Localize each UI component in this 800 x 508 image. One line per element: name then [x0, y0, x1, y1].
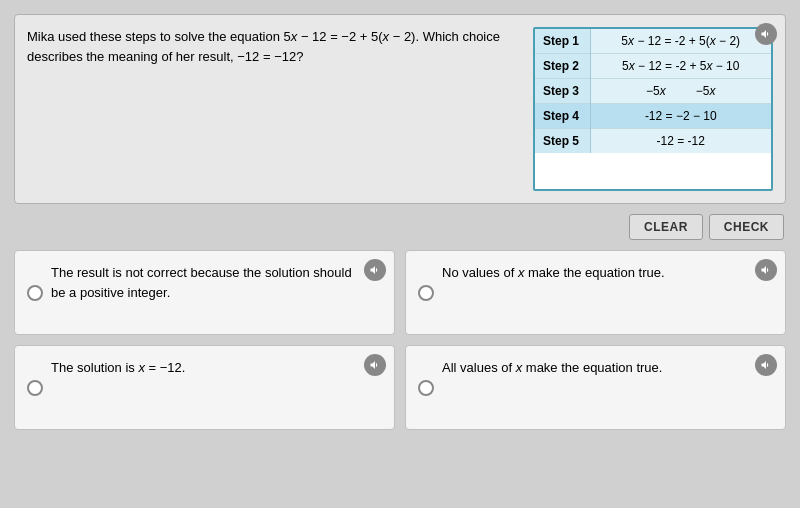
choice-b-text: No values of x make the equation true. — [442, 263, 773, 283]
choice-b-card[interactable]: No values of x make the equation true. — [405, 250, 786, 335]
step-row-3: Step 3 −5x −5x — [535, 79, 771, 104]
choice-d-card[interactable]: All values of x make the equation true. — [405, 345, 786, 430]
step-label-2: Step 2 — [535, 54, 590, 79]
choice-c-radio[interactable] — [27, 380, 43, 396]
choice-c-text: The solution is x = −12. — [51, 358, 382, 378]
step-label-4: Step 4 — [535, 104, 590, 129]
step-content-4: -12 = −2 − 10 — [590, 104, 771, 129]
choice-b-speaker-button[interactable] — [755, 259, 777, 281]
step-content-1: 5x − 12 = -2 + 5(x − 2) — [590, 29, 771, 54]
steps-table: Step 1 5x − 12 = -2 + 5(x − 2) Step 2 5x… — [535, 29, 771, 153]
step-label-1: Step 1 — [535, 29, 590, 54]
steps-table-container: Step 1 5x − 12 = -2 + 5(x − 2) Step 2 5x… — [533, 27, 773, 191]
clear-button[interactable]: CLEAR — [629, 214, 703, 240]
step-content-3: −5x −5x — [590, 79, 771, 104]
question-text: Mika used these steps to solve the equat… — [27, 27, 523, 191]
check-button[interactable]: CHECK — [709, 214, 784, 240]
choice-d-radio[interactable] — [418, 380, 434, 396]
choices-grid: The result is not correct because the so… — [14, 250, 786, 430]
step-row-4: Step 4 -12 = −2 − 10 — [535, 104, 771, 129]
choice-c-speaker-button[interactable] — [364, 354, 386, 376]
action-buttons-row: CLEAR CHECK — [14, 214, 786, 240]
choice-b-radio[interactable] — [418, 285, 434, 301]
step-row-2: Step 2 5x − 12 = -2 + 5x − 10 — [535, 54, 771, 79]
choice-a-text: The result is not correct because the so… — [51, 263, 382, 302]
choice-a-card[interactable]: The result is not correct because the so… — [14, 250, 395, 335]
choice-a-radio[interactable] — [27, 285, 43, 301]
step-content-2: 5x − 12 = -2 + 5x − 10 — [590, 54, 771, 79]
step-row-5: Step 5 -12 = -12 — [535, 129, 771, 154]
step-content-5: -12 = -12 — [590, 129, 771, 154]
question-speaker-button[interactable] — [755, 23, 777, 45]
question-section: Mika used these steps to solve the equat… — [14, 14, 786, 204]
choice-d-speaker-button[interactable] — [755, 354, 777, 376]
choice-d-text: All values of x make the equation true. — [442, 358, 773, 378]
choice-c-card[interactable]: The solution is x = −12. — [14, 345, 395, 430]
step-label-5: Step 5 — [535, 129, 590, 154]
choice-a-speaker-button[interactable] — [364, 259, 386, 281]
step-label-3: Step 3 — [535, 79, 590, 104]
step-row-1: Step 1 5x − 12 = -2 + 5(x − 2) — [535, 29, 771, 54]
